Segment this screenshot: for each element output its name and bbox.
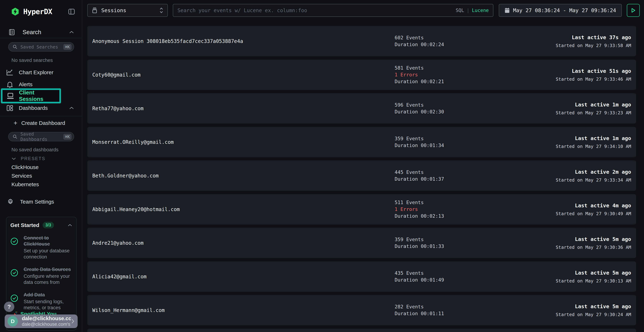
session-events: 511 Events xyxy=(395,199,444,206)
session-last-active: Last active 5m ago xyxy=(556,236,631,242)
session-last-active: Last active 2m ago xyxy=(556,169,631,175)
presets-label: PRESETS xyxy=(21,156,46,161)
session-duration: Duration 00:01:34 xyxy=(395,142,444,149)
sidebar-item-chart-explorer[interactable]: Chart Explorer xyxy=(0,67,82,78)
presets-toggle[interactable]: PRESETS xyxy=(12,156,46,161)
preset-item-clickhouse[interactable]: ClickHouse xyxy=(12,164,39,170)
time-range-value: May 27 08:36:24 - May 27 09:36:24 xyxy=(513,7,616,14)
session-times: Last active 5m ago Started on May 27 9:3… xyxy=(556,236,631,250)
time-range-picker[interactable]: May 27 08:36:24 - May 27 09:36:24 xyxy=(499,4,622,17)
sidebar-item-label: Alerts xyxy=(19,82,32,88)
session-started: Started on May 27 9:33:34 AM xyxy=(556,178,631,183)
checklist-item-title: Create Data Sources xyxy=(24,266,72,272)
session-row[interactable]: Andre21@yahoo.com 359 Events Duration 00… xyxy=(87,228,636,258)
run-query-button[interactable] xyxy=(627,4,640,17)
session-duration: Duration 00:01:49 xyxy=(395,276,444,283)
saved-dashboards-placeholder: Saved Dashboards xyxy=(20,132,63,142)
session-started: Started on May 27 9:30:36 AM xyxy=(556,245,631,250)
chevron-up-icon xyxy=(69,106,74,110)
session-stats: 435 Events Duration 00:01:49 xyxy=(395,270,444,283)
session-started: Started on May 27 9:30:49 AM xyxy=(556,211,631,216)
sidebar-item-label: Client Sessions xyxy=(19,90,60,102)
session-title: Monserrat.OReilly@gmail.com xyxy=(92,139,174,145)
session-events: 359 Events xyxy=(395,236,444,243)
session-title: Alicia42@gmail.com xyxy=(92,274,146,280)
collapse-sidebar-icon[interactable] xyxy=(68,8,75,15)
chevron-right-icon xyxy=(71,318,75,324)
checklist-item[interactable]: Add Data Start sending logs, metrics, or… xyxy=(10,292,72,311)
session-row[interactable]: Coty60@gmail.com 581 Events 1 Errors Dur… xyxy=(87,60,636,90)
session-stats: 596 Events Duration 00:02:30 xyxy=(395,102,444,115)
preset-item-services[interactable]: Services xyxy=(12,173,32,179)
shortcut-badge: ⌘K xyxy=(63,134,72,140)
session-row[interactable]: Alicia42@gmail.com 435 Events Duration 0… xyxy=(87,261,636,292)
topbar: Sessions Search your events w/ Lucene ex… xyxy=(82,0,644,21)
session-events: 359 Events xyxy=(395,135,444,142)
session-row[interactable]: Beth.Goldner@yahoo.com 445 Events Durati… xyxy=(87,160,636,191)
session-times: Last active 5m ago Started on May 27 9:3… xyxy=(556,304,631,317)
search-section-header[interactable]: Search xyxy=(0,27,82,38)
plus-icon: + xyxy=(14,119,17,127)
check-circle-icon xyxy=(10,269,18,285)
checklist-item[interactable]: Connect to ClickHouse Set up your databa… xyxy=(10,235,72,260)
create-dashboard-label: Create Dashboard xyxy=(21,120,65,126)
user-menu[interactable]: D dale@clickhouse.com dale@clickhouse.co… xyxy=(5,314,78,328)
select-chevrons-icon xyxy=(159,7,164,14)
source-select-value: Sessions xyxy=(101,7,126,14)
sidebar-item-label: Chart Explorer xyxy=(19,70,53,76)
create-dashboard-button[interactable]: + Create Dashboard xyxy=(0,117,82,129)
checklist-item-title: Connect to ClickHouse xyxy=(24,235,72,247)
sidebar-item-dashboards[interactable]: Dashboards xyxy=(0,102,82,114)
session-row[interactable]: Wilson_Hermann@gmail.com 282 Events Dura… xyxy=(87,295,636,326)
source-select[interactable]: Sessions xyxy=(87,4,168,17)
language-divider: | xyxy=(466,8,470,13)
event-search-input[interactable]: Search your events w/ Lucene ex. column:… xyxy=(173,4,494,17)
session-stats: 602 Events Duration 00:02:24 xyxy=(395,34,444,48)
session-started: Started on May 27 9:33:23 AM xyxy=(556,110,631,116)
shortcut-badge: ⌘K xyxy=(63,44,72,50)
checklist-item-desc: Configure where your data comes from xyxy=(24,273,72,285)
play-icon xyxy=(631,8,636,13)
get-started-title: Get Started xyxy=(10,222,39,228)
chevron-up-icon[interactable] xyxy=(68,224,72,227)
checklist-item[interactable]: Create Data Sources Configure where your… xyxy=(10,266,72,285)
saved-searches-placeholder: Saved Searches xyxy=(20,44,63,50)
saved-searches-input[interactable]: Saved Searches ⌘K xyxy=(8,42,74,52)
session-row-partial[interactable] xyxy=(87,328,636,332)
session-duration: Duration 00:01:37 xyxy=(395,176,444,182)
checklist-item-desc: Set up your database connection xyxy=(24,248,72,260)
preset-item-kubernetes[interactable]: Kubernetes xyxy=(12,182,39,188)
help-button[interactable]: ? xyxy=(4,302,14,312)
check-circle-icon xyxy=(10,237,18,260)
session-times: Last active 5m ago Started on May 27 9:3… xyxy=(556,270,631,284)
session-stats: 282 Events Duration 00:01:11 xyxy=(395,304,444,317)
sql-toggle[interactable]: SQL xyxy=(456,8,464,13)
session-title: Abbigail.Heaney20@hotmail.com xyxy=(92,206,180,212)
session-events: 282 Events xyxy=(395,304,444,310)
session-started: Started on May 27 9:34:10 AM xyxy=(556,144,631,149)
session-title: Andre21@yahoo.com xyxy=(92,240,144,246)
get-started-progress-badge: 3/3 xyxy=(42,222,54,228)
session-title: Retha77@yahoo.com xyxy=(92,106,144,112)
session-row[interactable]: Retha77@yahoo.com 596 Events Duration 00… xyxy=(87,93,636,124)
sidebar-item-team-settings[interactable]: Team Settings xyxy=(0,196,82,208)
session-started: Started on May 27 9:30:13 AM xyxy=(556,278,631,284)
event-search-placeholder: Search your events w/ Lucene ex. column:… xyxy=(178,8,456,14)
session-list: Anonymous Session 308018eb535facd7cec337… xyxy=(87,26,636,332)
session-row[interactable]: Abbigail.Heaney20@hotmail.com 511 Events… xyxy=(87,194,636,224)
session-started: Started on May 27 9:33:58 AM xyxy=(556,43,631,48)
sidebar-item-client-sessions[interactable]: Client Sessions xyxy=(1,88,61,104)
lucene-toggle[interactable]: Lucene xyxy=(472,8,489,13)
search-icon xyxy=(12,44,18,49)
session-times: Last active 1m ago Started on May 27 9:3… xyxy=(556,102,631,116)
session-stats: 511 Events 1 Errors Duration 00:02:13 xyxy=(395,199,444,220)
session-row[interactable]: Monserrat.OReilly@gmail.com 359 Events D… xyxy=(87,127,636,157)
divider xyxy=(0,38,82,38)
session-duration: Duration 00:02:21 xyxy=(395,78,444,85)
session-row[interactable]: Anonymous Session 308018eb535facd7cec337… xyxy=(87,26,636,56)
sidebar: HyperDX Search Save xyxy=(0,0,82,332)
gear-icon xyxy=(7,198,14,205)
sidebar-header: HyperDX xyxy=(0,5,82,18)
session-last-active: Last active 37s ago xyxy=(556,34,631,40)
saved-dashboards-input[interactable]: Saved Dashboards ⌘K xyxy=(8,132,74,141)
